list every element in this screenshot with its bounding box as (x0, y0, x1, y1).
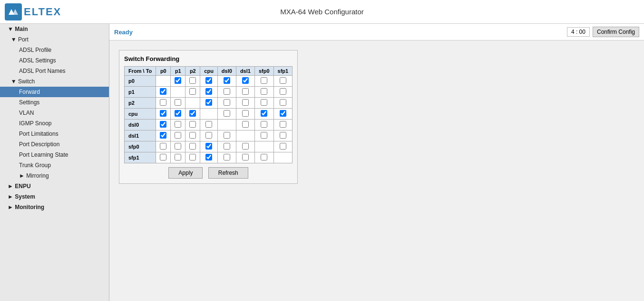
cell-p0-cpu[interactable] (200, 76, 218, 87)
checkbox-sfp1-p2[interactable] (189, 154, 196, 161)
cell-p2-p0[interactable] (156, 98, 171, 109)
checkbox-dsl0-sfp0[interactable] (261, 121, 267, 128)
checkbox-dsl1-cpu[interactable] (205, 132, 212, 139)
cell-p2-p1[interactable] (171, 98, 185, 109)
checkbox-sfp0-dsl0[interactable] (224, 143, 230, 150)
cell-p0-sfp1[interactable] (273, 76, 293, 87)
checkbox-dsl0-p0[interactable] (160, 121, 166, 128)
checkbox-sfp1-cpu[interactable] (205, 154, 212, 161)
checkbox-sfp1-dsl1[interactable] (242, 154, 249, 161)
cell-p1-sfp1[interactable] (273, 87, 293, 98)
cell-p0-p1[interactable] (171, 76, 185, 87)
checkbox-dsl1-sfp0[interactable] (261, 132, 267, 139)
checkbox-dsl1-sfp1[interactable] (280, 132, 286, 139)
checkbox-p1-sfp1[interactable] (280, 88, 286, 95)
cell-sfp0-sfp1[interactable] (273, 141, 293, 152)
cell-sfp1-p1[interactable] (171, 152, 185, 163)
checkbox-sfp1-p1[interactable] (175, 154, 181, 161)
checkbox-dsl1-p2[interactable] (189, 132, 196, 139)
sidebar-item-system[interactable]: ► System (0, 191, 109, 202)
sidebar-item-adsl-profile[interactable]: ADSL Profile (0, 45, 109, 55)
sidebar-item-port-limitations[interactable]: Port Limitations (0, 129, 109, 139)
checkbox-sfp1-dsl0[interactable] (224, 154, 230, 161)
checkbox-cpu-dsl0[interactable] (224, 110, 230, 117)
checkbox-p2-p0[interactable] (160, 99, 166, 106)
checkbox-p2-p1[interactable] (175, 99, 181, 106)
checkbox-cpu-p0[interactable] (160, 110, 166, 117)
cell-dsl1-sfp0[interactable] (254, 130, 273, 141)
cell-p0-dsl1[interactable] (236, 76, 254, 87)
checkbox-p0-dsl1[interactable] (242, 77, 249, 84)
checkbox-p1-p0[interactable] (160, 88, 166, 95)
cell-sfp1-p0[interactable] (156, 152, 171, 163)
checkbox-dsl1-p1[interactable] (175, 132, 181, 139)
cell-dsl1-dsl0[interactable] (217, 130, 236, 141)
checkbox-sfp0-p2[interactable] (189, 143, 196, 150)
cell-dsl0-p0[interactable] (156, 120, 171, 130)
cell-dsl0-sfp1[interactable] (273, 120, 293, 130)
sidebar-item-switch[interactable]: ▼ Switch (0, 76, 109, 87)
cell-dsl0-p1[interactable] (171, 120, 185, 130)
cell-dsl0-cpu[interactable] (200, 120, 218, 130)
checkbox-sfp0-sfp1[interactable] (280, 143, 286, 150)
sidebar-item-vlan[interactable]: VLAN (0, 108, 109, 118)
sidebar-item-port[interactable]: ▼ Port (0, 34, 109, 45)
cell-sfp0-p0[interactable] (156, 141, 171, 152)
checkbox-cpu-sfp0[interactable] (261, 110, 267, 117)
checkbox-p0-cpu[interactable] (205, 77, 212, 84)
checkbox-dsl1-p0[interactable] (160, 132, 166, 139)
sidebar-item-port-learning-state[interactable]: Port Learning State (0, 150, 109, 160)
cell-sfp0-cpu[interactable] (200, 141, 218, 152)
cell-p2-sfp1[interactable] (273, 98, 293, 109)
cell-sfp1-dsl0[interactable] (217, 152, 236, 163)
cell-cpu-sfp0[interactable] (254, 109, 273, 120)
sidebar-item-monitoring[interactable]: ► Monitoring (0, 202, 109, 212)
checkbox-p2-dsl1[interactable] (242, 99, 249, 106)
checkbox-cpu-p2[interactable] (189, 110, 196, 117)
cell-dsl1-p0[interactable] (156, 130, 171, 141)
cell-p1-p2[interactable] (185, 87, 200, 98)
sidebar-item-mirroring[interactable]: ► Mirroring (0, 171, 109, 181)
cell-p1-p0[interactable] (156, 87, 171, 98)
cell-sfp1-dsl1[interactable] (236, 152, 254, 163)
cell-p1-sfp0[interactable] (254, 87, 273, 98)
cell-sfp1-sfp0[interactable] (254, 152, 273, 163)
checkbox-p0-p2[interactable] (189, 77, 196, 84)
cell-cpu-dsl1[interactable] (236, 109, 254, 120)
sidebar-item-adsl-settings[interactable]: ADSL Settings (0, 55, 109, 66)
checkbox-p2-sfp0[interactable] (261, 99, 267, 106)
checkbox-p2-cpu[interactable] (205, 99, 212, 106)
checkbox-sfp0-p0[interactable] (160, 143, 166, 150)
sidebar-item-forward[interactable]: Forward (0, 87, 109, 97)
checkbox-p1-dsl1[interactable] (242, 88, 249, 95)
checkbox-p2-sfp1[interactable] (280, 99, 286, 106)
checkbox-p0-dsl0[interactable] (224, 77, 230, 84)
cell-sfp0-p1[interactable] (171, 141, 185, 152)
cell-p1-cpu[interactable] (200, 87, 218, 98)
cell-sfp0-p2[interactable] (185, 141, 200, 152)
checkbox-p0-sfp0[interactable] (261, 77, 267, 84)
cell-sfp1-cpu[interactable] (200, 152, 218, 163)
cell-cpu-p2[interactable] (185, 109, 200, 120)
cell-p2-dsl1[interactable] (236, 98, 254, 109)
sidebar-item-port-description[interactable]: Port Description (0, 139, 109, 150)
cell-p2-cpu[interactable] (200, 98, 218, 109)
checkbox-dsl0-sfp1[interactable] (280, 121, 286, 128)
checkbox-p2-dsl0[interactable] (224, 99, 230, 106)
sidebar-item-settings[interactable]: Settings (0, 97, 109, 108)
checkbox-dsl0-dsl1[interactable] (242, 121, 249, 128)
checkbox-cpu-dsl1[interactable] (242, 110, 249, 117)
apply-button[interactable]: Apply (168, 167, 203, 179)
confirm-config-button[interactable]: Confirm Config (593, 27, 639, 37)
checkbox-p0-sfp1[interactable] (280, 77, 286, 84)
checkbox-sfp0-dsl1[interactable] (242, 143, 249, 150)
cell-p1-dsl0[interactable] (217, 87, 236, 98)
cell-dsl1-p1[interactable] (171, 130, 185, 141)
sidebar-item-adsl-port-names[interactable]: ADSL Port Names (0, 66, 109, 76)
cell-dsl1-cpu[interactable] (200, 130, 218, 141)
checkbox-p0-p1[interactable] (175, 77, 181, 84)
cell-p2-dsl0[interactable] (217, 98, 236, 109)
cell-dsl1-p2[interactable] (185, 130, 200, 141)
checkbox-dsl0-cpu[interactable] (205, 121, 212, 128)
cell-dsl0-p2[interactable] (185, 120, 200, 130)
